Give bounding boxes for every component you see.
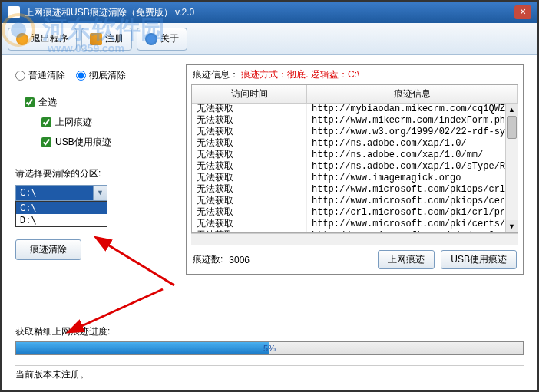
cell-info: http://www.w3.org/1999/02/22-rdf-syntax-…	[307, 127, 518, 138]
table-row[interactable]: 无法获取http://www.imagemagick.orgo	[192, 173, 518, 184]
close-button[interactable]: ×	[514, 5, 531, 19]
cell-time: 无法获取	[192, 104, 307, 115]
exit-label: 退出程序	[31, 32, 68, 45]
scroll-up-icon[interactable]: ▲	[506, 104, 518, 116]
radio-thorough[interactable]: 彻底清除	[76, 69, 126, 82]
register-button[interactable]: 注册	[81, 28, 132, 51]
trace-header-value: 痕迹方式：彻底. 逻辑盘：C:\	[241, 69, 359, 80]
cell-info: http://www.microsoft.com/pkiops/certs/Mi…	[307, 196, 518, 207]
exit-icon	[16, 33, 28, 45]
checkbox-all[interactable]: 全选	[25, 96, 169, 109]
svg-line-1	[78, 289, 163, 328]
checkbox-usb-label: USB使用痕迹	[55, 136, 111, 149]
cell-time: 无法获取	[192, 161, 307, 173]
chevron-down-icon[interactable]: ▼	[93, 186, 107, 200]
content-area: 普通清除 彻底清除 全选 上网痕迹 USB使用痕迹	[2, 55, 537, 390]
about-button[interactable]: 关于	[137, 28, 187, 51]
trace-panel: 痕迹信息： 痕迹方式：彻底. 逻辑盘：C:\ 访问时间 痕迹信息 无法获取htt…	[186, 64, 524, 275]
table-row[interactable]: 无法获取http://crl.microsoft.com/pki/crl/pro…	[192, 207, 518, 219]
radio-normal-label: 普通清除	[28, 69, 65, 82]
cell-time: 无法获取	[192, 196, 307, 207]
cell-info: http://mybiaodan.mikecrm.com/cq1QWZ9	[307, 104, 518, 115]
table-row[interactable]: 无法获取http://ns.adobe.com/xap/1.0/sType/Re…	[192, 161, 518, 173]
partition-combo[interactable]: C:\ ▼ C:\ D:\	[15, 185, 107, 201]
partition-value: C:\	[16, 186, 93, 200]
progress-text: 5%	[16, 342, 523, 354]
cell-time: 无法获取	[192, 127, 307, 138]
cell-info: http://ns.adobe.com/xap/1.0/mm/	[307, 150, 518, 161]
partition-label: 请选择要清除的分区:	[15, 167, 169, 180]
column-info[interactable]: 痕迹信息	[307, 85, 518, 103]
cell-time: 无法获取	[192, 150, 307, 161]
checkbox-all-input[interactable]	[25, 97, 35, 107]
left-column: 全选 上网痕迹 USB使用痕迹 请选择要清除的分区: C:\ ▼ C:\ D:\	[15, 96, 169, 260]
trace-header: 痕迹信息： 痕迹方式：彻底. 逻辑盘：C:\	[187, 65, 523, 84]
grid-header: 访问时间 痕迹信息	[192, 85, 518, 104]
partition-dropdown: C:\ D:\	[15, 201, 107, 227]
table-row[interactable]: 无法获取http://www.mikecrm.com/indexForm.php…	[192, 115, 518, 127]
cell-time: 无法获取	[192, 173, 307, 184]
main-window: 上网痕迹和USB痕迹清除（免费版） v.2.0 × 河东软件园 www.0359…	[0, 0, 539, 392]
cell-time: 无法获取	[192, 115, 307, 127]
trace-footer: 痕迹数: 3006 上网痕迹 USB使用痕迹	[187, 245, 523, 274]
partition-option-c[interactable]: C:\	[16, 202, 107, 214]
radio-normal[interactable]: 普通清除	[15, 69, 65, 82]
trace-grid: 访问时间 痕迹信息 无法获取http://mybiaodan.mikecrm.c…	[191, 84, 518, 233]
cell-time: 无法获取	[192, 219, 307, 230]
partition-option-d[interactable]: D:\	[16, 214, 107, 226]
cell-info: http://www.imagemagick.orgo	[307, 173, 518, 184]
cell-info: http://ns.adobe.com/xap/1.0/sType/Resour…	[307, 161, 518, 173]
table-row[interactable]: 无法获取http://ns.adobe.com/xap/1.0/mm/	[192, 150, 518, 161]
clear-traces-button[interactable]: 痕迹清除	[15, 239, 81, 260]
about-icon	[145, 33, 157, 45]
toolbar: 退出程序 注册 关于	[2, 23, 537, 55]
status-text: 当前版本未注册。	[15, 368, 89, 381]
divider	[15, 365, 524, 366]
radio-normal-input[interactable]	[15, 71, 25, 81]
titlebar: 上网痕迹和USB痕迹清除（免费版） v.2.0 ×	[2, 2, 537, 23]
trace-header-label: 痕迹信息：	[193, 69, 239, 80]
grid-body[interactable]: 无法获取http://mybiaodan.mikecrm.com/cq1QWZ9…	[192, 104, 518, 232]
window-title: 上网痕迹和USB痕迹清除（免费版） v.2.0	[25, 6, 514, 19]
progress-label: 获取精细上网痕迹进度:	[15, 325, 110, 338]
table-row[interactable]: 无法获取http://ns.adobe.com/xap/1.0/	[192, 138, 518, 150]
web-trace-button[interactable]: 上网痕迹	[378, 250, 435, 269]
checkbox-usb-input[interactable]	[41, 137, 51, 147]
progress-bar: 5%	[15, 341, 524, 355]
trace-count-label: 痕迹数:	[193, 253, 223, 266]
cell-time: 无法获取	[192, 230, 307, 232]
cell-info: http://www.microsoft.com/windows0	[307, 230, 518, 232]
checkbox-usb[interactable]: USB使用痕迹	[41, 136, 169, 149]
scroll-down-icon[interactable]: ▼	[506, 220, 518, 232]
usb-trace-button[interactable]: USB使用痕迹	[441, 250, 517, 269]
table-row[interactable]: 无法获取http://mybiaodan.mikecrm.com/cq1QWZ9	[192, 104, 518, 115]
table-row[interactable]: 无法获取http://www.microsoft.com/pkiops/crl/…	[192, 184, 518, 196]
column-time[interactable]: 访问时间	[192, 85, 307, 103]
cell-info: http://www.mikecrm.com/indexForm.php?ref…	[307, 115, 518, 127]
scroll-thumb[interactable]	[507, 116, 517, 139]
checkbox-web-label: 上网痕迹	[55, 116, 92, 129]
cell-info: http://www.microsoft.com/pki/certs/MicRo…	[307, 219, 518, 230]
table-row[interactable]: 无法获取http://www.w3.org/1999/02/22-rdf-syn…	[192, 127, 518, 138]
checkbox-web-input[interactable]	[41, 117, 51, 127]
vertical-scrollbar[interactable]: ▲ ▼	[505, 104, 518, 232]
horizontal-scrollbar[interactable]	[191, 233, 518, 245]
cell-info: http://www.microsoft.com/pkiops/crl/MicW…	[307, 184, 518, 196]
exit-button[interactable]: 退出程序	[8, 28, 77, 51]
checkbox-web[interactable]: 上网痕迹	[41, 116, 169, 129]
about-label: 关于	[160, 32, 179, 45]
cell-info: http://crl.microsoft.com/pki/crl/product…	[307, 207, 518, 219]
radio-thorough-input[interactable]	[76, 71, 86, 81]
cell-time: 无法获取	[192, 138, 307, 150]
cell-info: http://ns.adobe.com/xap/1.0/	[307, 138, 518, 150]
table-row[interactable]: 无法获取http://www.microsoft.com/pki/certs/M…	[192, 219, 518, 230]
radio-thorough-label: 彻底清除	[89, 69, 126, 82]
register-label: 注册	[105, 32, 124, 45]
table-row[interactable]: 无法获取http://www.microsoft.com/windows0	[192, 230, 518, 232]
cell-time: 无法获取	[192, 184, 307, 196]
check-section: 全选 上网痕迹 USB使用痕迹	[25, 96, 169, 149]
table-row[interactable]: 无法获取http://www.microsoft.com/pkiops/cert…	[192, 196, 518, 207]
app-icon	[8, 6, 20, 18]
cell-time: 无法获取	[192, 207, 307, 219]
checkbox-all-label: 全选	[38, 96, 57, 109]
